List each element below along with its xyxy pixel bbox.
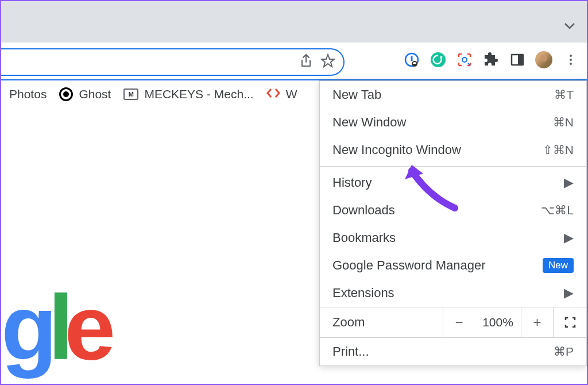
bookmark-label: W	[286, 87, 297, 101]
logo-letter-g: g	[1, 276, 53, 379]
bookmark-star-icon[interactable]	[320, 53, 335, 71]
menu-button[interactable]	[562, 51, 580, 69]
tab-bar	[1, 1, 587, 43]
toolbar-row	[1, 43, 587, 79]
fullscreen-button[interactable]	[553, 307, 586, 337]
bookmark-label: Ghost	[79, 87, 111, 101]
menu-shortcut: ⇧⌘N	[543, 143, 574, 157]
zoom-controls: − 100% +	[443, 307, 586, 337]
menu-item-label: Google Password Manager	[332, 258, 486, 273]
new-badge: New	[543, 258, 574, 273]
menu-divider	[320, 166, 586, 167]
menu-shortcut: ⌘P	[554, 345, 574, 359]
bookmark-w[interactable]: W	[266, 87, 297, 101]
extension-icon-1[interactable]	[403, 51, 420, 68]
menu-item-label: Bookmarks	[332, 230, 396, 245]
grammarly-icon[interactable]	[430, 51, 447, 68]
google-logo: gle	[1, 275, 111, 380]
menu-bookmarks[interactable]: Bookmarks ▶	[320, 224, 586, 252]
zoom-in-button[interactable]: +	[521, 307, 553, 337]
menu-item-label: Print...	[332, 344, 369, 359]
zoom-value: 100%	[475, 315, 521, 329]
submenu-arrow-icon: ▶	[564, 175, 574, 190]
bookmark-photos[interactable]: Photos	[9, 87, 47, 101]
menu-shortcut: ⌘N	[553, 116, 574, 129]
bookmark-label: MECKEYS - Mech...	[144, 87, 253, 101]
toolbar-icons	[403, 51, 580, 69]
ghost-icon	[59, 87, 73, 101]
logo-letter-e: e	[64, 276, 111, 379]
bookmark-ghost[interactable]: Ghost	[59, 87, 111, 101]
bookmark-label: Photos	[9, 87, 47, 101]
zoom-label: Zoom	[320, 309, 443, 336]
submenu-arrow-icon: ▶	[564, 286, 574, 301]
screenshot-icon[interactable]	[456, 51, 473, 68]
profile-avatar[interactable]	[535, 51, 552, 68]
chrome-menu: New Tab ⌘T New Window ⌘N New Incognito W…	[319, 80, 587, 366]
menu-extensions[interactable]: Extensions ▶	[320, 279, 586, 307]
svg-point-3	[462, 57, 467, 62]
meckeys-icon: M	[123, 88, 138, 100]
menu-new-window[interactable]: New Window ⌘N	[320, 109, 586, 136]
submenu-arrow-icon: ▶	[564, 230, 574, 245]
menu-shortcut: ⌥⌘L	[541, 203, 574, 217]
menu-password-manager[interactable]: Google Password Manager New	[320, 252, 586, 279]
menu-downloads[interactable]: Downloads ⌥⌘L	[320, 197, 586, 224]
menu-new-tab[interactable]: New Tab ⌘T	[320, 81, 586, 109]
menu-item-label: Downloads	[332, 203, 395, 218]
menu-history[interactable]: History ▶	[320, 169, 586, 197]
menu-item-label: New Window	[332, 115, 406, 130]
menu-item-label: New Tab	[332, 87, 381, 102]
chevron-down-icon[interactable]	[564, 22, 575, 32]
menu-zoom-row: Zoom − 100% +	[320, 307, 586, 338]
menu-item-label: History	[332, 175, 372, 190]
bookmark-meckeys[interactable]: M MECKEYS - Mech...	[123, 87, 253, 101]
menu-item-label: New Incognito Window	[332, 143, 461, 157]
code-icon	[266, 87, 280, 101]
menu-new-incognito[interactable]: New Incognito Window ⇧⌘N	[320, 136, 586, 164]
zoom-out-button[interactable]: −	[443, 307, 475, 337]
extensions-puzzle-icon[interactable]	[482, 51, 500, 68]
address-bar[interactable]	[1, 48, 345, 76]
menu-print[interactable]: Print... ⌘P	[320, 338, 586, 365]
share-icon[interactable]	[300, 53, 312, 71]
menu-shortcut: ⌘T	[554, 88, 574, 102]
sidebar-panel-icon[interactable]	[509, 51, 526, 68]
svg-rect-5	[518, 55, 523, 65]
menu-item-label: Extensions	[332, 286, 394, 301]
